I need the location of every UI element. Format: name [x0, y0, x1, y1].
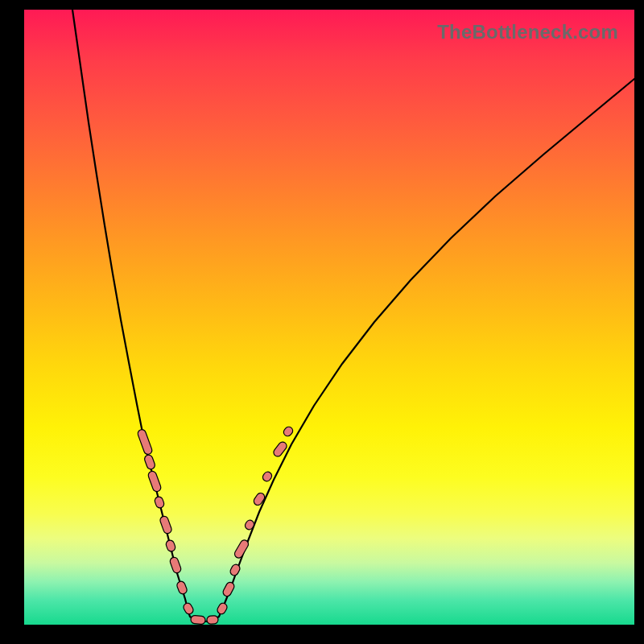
- data-bead: [252, 492, 266, 507]
- data-bead: [143, 454, 156, 470]
- data-bead: [207, 615, 219, 624]
- data-bead: [233, 539, 250, 559]
- data-bead: [169, 556, 182, 574]
- bottleneck-plot: [24, 10, 634, 625]
- data-bead: [137, 428, 153, 455]
- data-bead: [175, 580, 188, 596]
- data-bead: [191, 615, 206, 625]
- bead-group: [137, 425, 295, 625]
- curve-group: [72, 10, 634, 621]
- data-bead: [216, 601, 229, 615]
- data-bead: [221, 581, 235, 598]
- data-bead: [282, 425, 294, 438]
- data-bead: [244, 518, 256, 530]
- data-bead: [182, 601, 195, 615]
- data-bead: [147, 470, 162, 493]
- chart-frame: TheBottleneck.com: [24, 10, 634, 625]
- data-bead: [261, 470, 273, 483]
- data-bead: [154, 496, 165, 510]
- data-bead: [159, 515, 173, 535]
- bottleneck-curve: [72, 10, 634, 621]
- data-bead: [165, 539, 176, 553]
